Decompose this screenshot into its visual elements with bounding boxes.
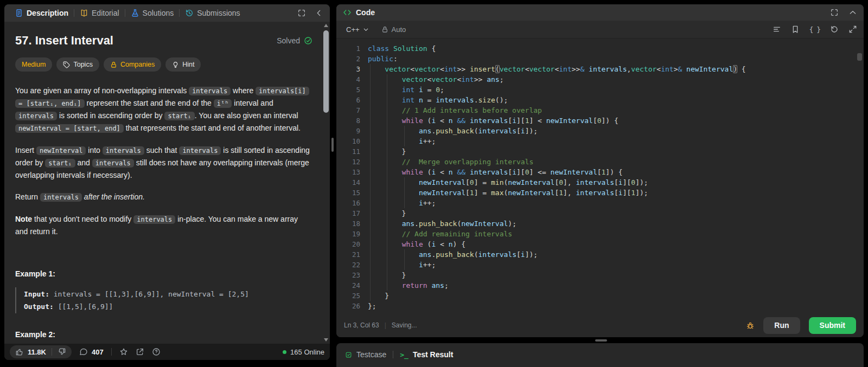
auto-save-toggle[interactable]: Auto [381,25,406,34]
text: that represents the start and end of ano… [124,124,301,132]
code-icon [343,8,352,17]
example-io-line: Input: intervals = [[1,3],[6,9]], newInt… [24,288,312,300]
text: and [75,158,92,167]
tab-editorial[interactable]: Editorial [76,9,123,17]
scrollbar-down-arrow-icon[interactable] [324,338,328,342]
companies-button[interactable]: Companies [104,57,161,72]
tab-description[interactable]: Description [11,9,72,17]
indent-guide [370,85,371,95]
editor-scrollbar[interactable] [857,53,862,61]
panel-resize-handle-vertical[interactable] [331,138,334,152]
scrollbar-up-arrow-icon[interactable] [324,24,328,27]
fullscreen-icon[interactable] [830,8,839,17]
hint-button[interactable]: Hint [165,57,201,72]
cursor-position: Ln 3, Col 63 [344,321,379,329]
indent-guide [370,64,371,74]
indent-guide [370,270,371,280]
code-text: return ans; [360,280,864,291]
description-footer: 11.8K 407 [4,344,330,360]
indent-guide [387,136,387,146]
description-panel: Description Editorial Solutions Submissi… [4,4,330,360]
difficulty-badge[interactable]: Medium [15,57,52,72]
line-number: 2 [336,54,360,64]
code-text: } [360,270,864,280]
line-number: 20 [336,239,360,249]
description-scrollbar[interactable] [323,24,329,342]
code-panel-header: Code [336,4,864,21]
fullscreen-icon[interactable] [297,9,306,17]
tab-solutions[interactable]: Solutions [127,9,178,17]
tab-description-label: Description [27,9,68,17]
code-text: while (i < n) { [360,239,864,249]
example-heading: Example 2: [15,329,312,340]
code-text: ans.push_back(intervals[i]); [360,126,864,136]
flask-icon [131,9,139,17]
code-text: }; [360,301,864,311]
code-text: while (i < n && intervals[i][1] < newInt… [360,115,864,126]
help-button[interactable] [152,347,161,356]
line-number: 26 [336,301,360,311]
examples-section: Example 1:Input: intervals = [[1,3],[6,9… [15,268,312,344]
submit-button[interactable]: Submit [809,317,856,334]
bug-icon[interactable] [746,321,755,330]
braces-icon[interactable]: { } [809,25,820,34]
tab-testcase[interactable]: Testcase [345,350,386,359]
indent-guide [387,167,387,177]
comments-button[interactable]: 407 [79,347,104,356]
indent-guide [404,260,405,270]
comment-icon [79,347,88,356]
solved-label: Solved [277,35,300,47]
reset-icon[interactable] [830,25,839,34]
indent-guide [404,126,405,136]
indent-guide [370,177,371,188]
bookmark-icon[interactable] [791,25,800,34]
like-button[interactable]: 11.8K [10,345,52,358]
line-number: 3 [336,64,360,74]
code-line: 26}; [336,301,864,311]
text: such that [144,146,180,154]
topics-button[interactable]: Topics [56,57,99,72]
dislike-button[interactable] [52,345,72,358]
lock-icon [110,61,117,68]
text: represent the start and the end of the [85,99,214,107]
code-text: class Solution { [360,43,864,54]
description-content: 57. Insert Interval Solved Medium Topics [4,22,322,344]
star-icon [119,347,128,356]
line-number: 19 [336,229,360,239]
code-line: 11 } [336,146,864,157]
chevron-up-icon[interactable] [848,8,857,17]
description-paragraph: Insert newInterval into intervals such t… [15,144,312,181]
run-button[interactable]: Run [763,317,800,334]
companies-label: Companies [120,59,155,70]
favorite-button[interactable] [119,347,128,356]
footer-divider [111,348,112,356]
lock-icon [381,26,388,33]
indent-guide [387,146,387,157]
line-number: 7 [336,105,360,115]
tag-row: Medium Topics Companies Hint [15,57,312,72]
tab-test-result[interactable]: >_ Test Result [400,350,453,359]
code-editor[interactable]: 1class Solution {2public:3 vector<vector… [336,39,864,313]
line-number: 1 [336,43,360,54]
code-lines: 1class Solution {2public:3 vector<vector… [336,43,864,311]
indent-guide [387,115,387,126]
indent-guide [387,85,387,95]
collapse-panel-icon[interactable] [315,9,323,17]
line-number: 11 [336,146,360,157]
tab-separator [125,9,125,17]
saving-status: Saving... [392,321,417,329]
panel-resize-handle-horizontal[interactable] [595,339,607,342]
problem-statement: You are given an array of non-overlappin… [15,85,312,237]
code-text: } [360,291,864,301]
expand-arrows-icon[interactable] [848,25,857,34]
code-line: 5 int i = 0; [336,85,864,95]
online-count: 165 Online [290,348,324,356]
share-button[interactable] [136,347,144,356]
code-line: 20 while (i < n) { [336,239,864,249]
inline-code: startᵢ [164,112,194,120]
vote-control: 11.8K [10,345,72,358]
language-selector[interactable]: C++ [343,25,373,34]
scrollbar-thumb[interactable] [323,30,329,113]
format-lines-icon[interactable] [773,25,781,34]
tab-submissions[interactable]: Submissions [181,9,244,17]
